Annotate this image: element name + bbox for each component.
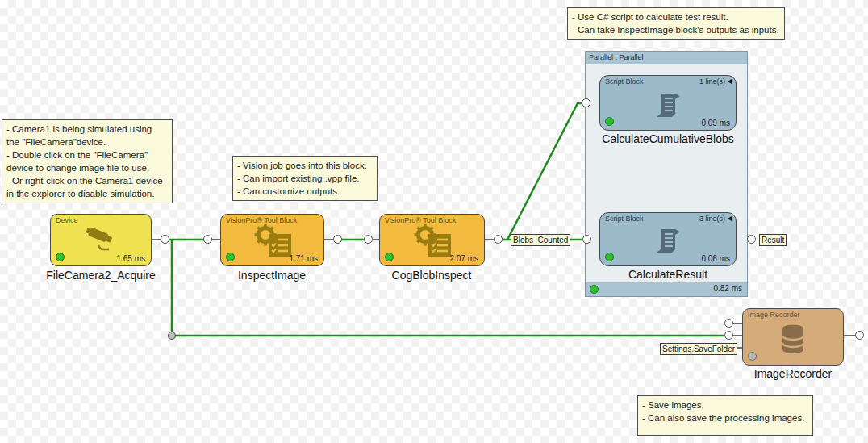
status-dot-green-icon xyxy=(226,253,235,261)
block-calculateresult[interactable]: Script Block 3 line(s) 0.06 ms xyxy=(599,212,737,266)
cctv-camera-icon xyxy=(82,228,119,255)
block-imagerecorder[interactable]: Image Recorder xyxy=(742,308,844,366)
note-camera-simulation[interactable]: - Camera1 is being simulated using the "… xyxy=(2,119,173,203)
collapse-left-triangle-icon[interactable] xyxy=(728,216,732,221)
status-dot-gray-icon xyxy=(748,352,757,361)
gear-checklist-icon xyxy=(410,224,455,259)
note-line: the "FileCamera"device. xyxy=(6,136,168,148)
port-imagerecorder-input-2[interactable] xyxy=(724,331,733,340)
note-line: - Or right-click on the Camera1 device xyxy=(6,174,168,187)
port-cogblobinspect-input[interactable] xyxy=(364,235,373,244)
block-exec-time: 0.06 ms xyxy=(701,254,730,263)
status-dot-green-icon xyxy=(56,253,65,261)
status-dot-green-icon xyxy=(590,285,599,294)
port-tag-result[interactable]: Result xyxy=(759,234,787,246)
note-line: - Can import existing .vpp file. xyxy=(237,172,373,185)
block-type-label: Script Block xyxy=(605,215,644,223)
port-tag-blobs-counted[interactable]: Blobs_Counted xyxy=(511,234,570,246)
block-name-cogblobinspect: CogBlobInspect xyxy=(392,269,472,282)
block-inspectimage[interactable]: VisionPro® Tool Block 1.71 ms xyxy=(220,214,324,266)
block-name-calculateresult: CalculateResult xyxy=(628,268,707,281)
port-calculatecumulativeblobs-input[interactable] xyxy=(582,98,590,107)
lines-badge: 1 line(s) xyxy=(699,77,732,86)
port-tag-settings-savefolder[interactable]: Settings.SaveFolder xyxy=(660,343,737,355)
status-dot-green-icon xyxy=(385,253,394,261)
parallel-exec-time: 0.82 ms xyxy=(713,284,742,293)
block-calculatecumulativeblobs[interactable]: Script Block 1 line(s) 0.09 ms xyxy=(599,75,737,131)
collapse-left-triangle-icon[interactable] xyxy=(728,79,732,84)
note-save-images[interactable]: - Save images. - Can also save the proce… xyxy=(637,395,813,436)
note-script-block[interactable]: - Use C# script to calculate test result… xyxy=(567,7,785,40)
note-line: - Can take InspectImage block's outputs … xyxy=(572,23,780,36)
status-dot-green-icon xyxy=(605,253,614,261)
port-inspectimage-input[interactable] xyxy=(203,235,212,244)
port-cogblobinspect-output[interactable] xyxy=(494,235,503,244)
flow-canvas[interactable]: - Use C# script to calculate test result… xyxy=(0,0,868,443)
block-name-calculatecumulativeblobs: CalculateCumulativeBlobs xyxy=(602,132,733,145)
block-name-imagerecorder: ImageRecorder xyxy=(754,367,833,380)
script-scroll-icon xyxy=(653,90,683,120)
note-line: - Can customize outputs. xyxy=(237,185,373,198)
wire-junction-dot[interactable] xyxy=(169,332,176,340)
port-filecamera-output[interactable] xyxy=(161,235,169,244)
status-dot-green-icon xyxy=(605,117,614,126)
gear-checklist-icon xyxy=(250,224,295,259)
block-name-inspectimage: InspectImage xyxy=(238,269,306,282)
port-imagerecorder-input-1[interactable] xyxy=(724,319,733,328)
block-exec-time: 2.07 ms xyxy=(449,254,478,263)
block-filecamera2-acquire[interactable]: Device 1.65 ms xyxy=(50,214,152,266)
parallel-container-footer: 0.82 ms xyxy=(586,282,747,296)
note-line: - Use C# script to calculate test result… xyxy=(572,10,780,23)
block-exec-time: 0.09 ms xyxy=(701,119,730,127)
script-scroll-icon xyxy=(653,225,683,256)
note-vision-job[interactable]: - Vision job goes into this block. - Can… xyxy=(232,156,378,201)
lines-count: 1 line(s) xyxy=(699,77,725,86)
note-line: - Save images. xyxy=(642,399,808,412)
block-type-label: Device xyxy=(56,216,78,224)
lines-badge: 3 line(s) xyxy=(699,215,732,223)
port-imagerecorder-output[interactable] xyxy=(855,331,864,340)
note-line: - Camera1 is being simulated using xyxy=(6,123,168,136)
block-type-label: Script Block xyxy=(605,77,644,86)
block-exec-time: 1.71 ms xyxy=(289,254,318,263)
note-line: - Can also save the processing images. xyxy=(642,412,808,424)
wire-cogblobinspect-to-calculatecumulativeblobs[interactable] xyxy=(507,103,586,240)
block-exec-time: 1.65 ms xyxy=(116,254,145,263)
block-type-label: Image Recorder xyxy=(748,311,800,319)
note-line: - Vision job goes into this block. xyxy=(237,159,373,172)
note-line: device to change image file to use. xyxy=(6,161,168,174)
port-inspectimage-output[interactable] xyxy=(333,235,342,244)
database-icon xyxy=(776,323,810,355)
port-calculateresult-output[interactable] xyxy=(747,235,756,244)
block-name-filecamera2-acquire: FileCamera2_Acquire xyxy=(46,269,155,282)
note-line: in the explorer to disable simulation. xyxy=(6,187,168,200)
parallel-container-header: Parallel : Parallel xyxy=(586,52,747,64)
port-calculateresult-input[interactable] xyxy=(582,235,591,244)
block-cogblobinspect[interactable]: VisionPro® Tool Block 2.07 ms xyxy=(379,214,485,266)
note-line: - Double click on the "FileCamera" xyxy=(6,148,168,161)
lines-count: 3 line(s) xyxy=(699,215,725,223)
